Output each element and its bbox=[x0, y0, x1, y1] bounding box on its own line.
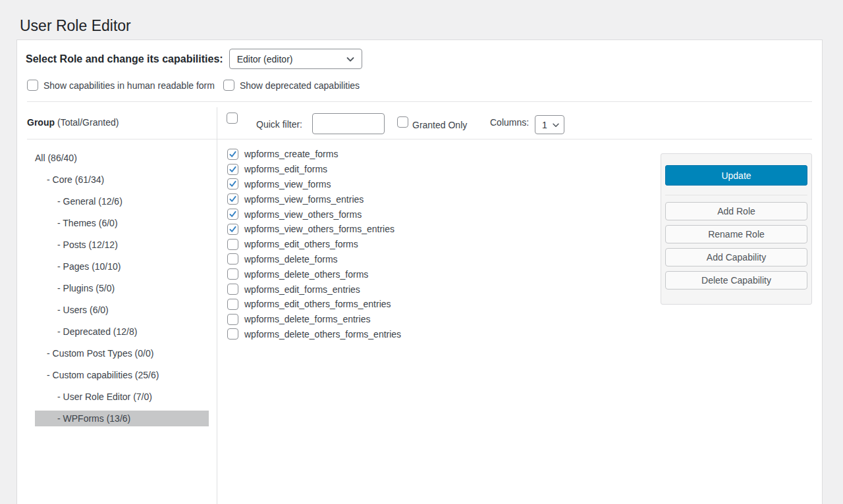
select-all-checkbox[interactable] bbox=[227, 113, 238, 124]
role-select[interactable]: Editor (editor) bbox=[229, 49, 362, 69]
capability-checkbox[interactable] bbox=[227, 224, 238, 235]
capability-name: wpforms_edit_forms bbox=[244, 164, 327, 174]
capability-row: wpforms_delete_others_forms_entries bbox=[227, 327, 401, 342]
columns-select[interactable]: 1 bbox=[535, 115, 564, 134]
group-tree-item-label: All (86/40) bbox=[35, 150, 209, 166]
group-tree-item[interactable]: - General (12/6) bbox=[35, 193, 209, 213]
divider bbox=[27, 139, 812, 139]
capability-checkbox[interactable] bbox=[227, 284, 238, 295]
capability-row: wpforms_view_forms_entries bbox=[227, 191, 401, 207]
role-select-value: Editor (editor) bbox=[237, 54, 293, 64]
capability-row: wpforms_edit_forms_entries bbox=[227, 282, 401, 297]
capability-row: wpforms_view_others_forms bbox=[227, 207, 401, 222]
capability-name: wpforms_delete_others_forms bbox=[244, 269, 368, 280]
group-tree-item[interactable]: - Custom Post Types (0/0) bbox=[35, 345, 209, 365]
group-tree-item[interactable]: - Posts (12/12) bbox=[35, 237, 209, 257]
group-tree-item[interactable]: - Themes (6/0) bbox=[35, 215, 209, 235]
group-tree-item[interactable]: - Deprecated (12/8) bbox=[35, 324, 209, 343]
role-selector-row: Select Role and change its capabilities:… bbox=[26, 49, 362, 69]
capabilities-list: wpforms_create_formswpforms_edit_formswp… bbox=[227, 147, 401, 341]
capability-name: wpforms_view_forms bbox=[244, 179, 331, 189]
vertical-divider bbox=[217, 107, 217, 504]
group-tree-item-label: - User Role Editor (7/0) bbox=[35, 389, 209, 405]
group-tree-item-label: - Core (61/34) bbox=[35, 172, 209, 188]
capability-name: wpforms_edit_others_forms bbox=[244, 239, 358, 249]
capability-name: wpforms_view_others_forms_entries bbox=[244, 224, 394, 234]
capability-row: wpforms_edit_others_forms_entries bbox=[227, 297, 401, 312]
group-tree: All (86/40)- Core (61/34)- General (12/6… bbox=[17, 148, 217, 430]
capability-name: wpforms_delete_forms bbox=[244, 254, 338, 265]
add-role-button[interactable]: Add Role bbox=[665, 202, 807, 220]
capability-checkbox[interactable] bbox=[227, 149, 238, 160]
group-tree-item[interactable]: - Plugins (5/0) bbox=[35, 280, 209, 300]
deprecated-label: Show deprecated capabilities bbox=[240, 80, 360, 91]
granted-only-label: Granted Only bbox=[412, 120, 467, 130]
user-role-editor-screen: User Role Editor Select Role and change … bbox=[0, 0, 843, 504]
capability-row: wpforms_view_forms bbox=[227, 177, 401, 192]
group-tree-item-label: - Custom Post Types (0/0) bbox=[35, 345, 209, 361]
capability-row: wpforms_delete_forms bbox=[227, 252, 401, 267]
capability-name: wpforms_edit_forms_entries bbox=[244, 284, 360, 295]
capability-checkbox[interactable] bbox=[227, 299, 238, 310]
group-tree-item[interactable]: - Custom capabilities (25/6) bbox=[35, 367, 209, 387]
capability-row: wpforms_delete_others_forms bbox=[227, 266, 401, 282]
group-header-suffix: (Total/Granted) bbox=[57, 117, 119, 128]
quick-filter-label: Quick filter: bbox=[256, 119, 302, 130]
capability-checkbox[interactable] bbox=[227, 164, 238, 175]
group-header: Group(Total/Granted) bbox=[27, 117, 119, 128]
chevron-down-icon bbox=[345, 54, 356, 64]
group-tree-item-label: - General (12/6) bbox=[35, 193, 209, 209]
capability-name: wpforms_delete_others_forms_entries bbox=[244, 329, 401, 340]
group-tree-item[interactable]: - Pages (10/10) bbox=[35, 259, 209, 278]
capability-name: wpforms_create_forms bbox=[244, 149, 338, 159]
group-tree-item-label: - Deprecated (12/8) bbox=[35, 324, 209, 340]
role-selector-label: Select Role and change its capabilities: bbox=[26, 53, 223, 65]
capability-name: wpforms_edit_others_forms_entries bbox=[244, 299, 391, 309]
divider bbox=[665, 195, 807, 195]
group-tree-item[interactable]: All (86/40) bbox=[35, 150, 209, 170]
capability-checkbox[interactable] bbox=[227, 253, 238, 265]
update-button[interactable]: Update bbox=[665, 165, 807, 186]
main-panel: Select Role and change its capabilities:… bbox=[16, 39, 823, 504]
columns-label: Columns: bbox=[490, 117, 529, 128]
group-tree-item-label: - Users (6/0) bbox=[35, 302, 209, 318]
chevron-down-icon bbox=[551, 120, 560, 130]
human-readable-label: Show capabilities in human readable form bbox=[43, 80, 215, 91]
group-tree-item-label: - Plugins (5/0) bbox=[35, 280, 209, 296]
human-readable-checkbox[interactable] bbox=[27, 80, 38, 91]
columns-select-value: 1 bbox=[542, 120, 547, 130]
capability-checkbox[interactable] bbox=[227, 268, 238, 280]
delete-capability-button[interactable]: Delete Capability bbox=[665, 271, 807, 290]
add-capability-button[interactable]: Add Capability bbox=[665, 248, 807, 266]
group-tree-item[interactable]: - WPForms (13/6) bbox=[35, 411, 209, 430]
group-tree-item-label: - Themes (6/0) bbox=[35, 215, 209, 231]
granted-only-checkbox[interactable] bbox=[397, 116, 408, 128]
group-tree-item[interactable]: - Users (6/0) bbox=[35, 302, 209, 322]
capability-checkbox[interactable] bbox=[227, 239, 238, 250]
capability-row: wpforms_edit_others_forms bbox=[227, 237, 401, 252]
capability-row: wpforms_edit_forms bbox=[227, 162, 401, 177]
quick-filter-input[interactable] bbox=[312, 113, 385, 134]
page-title: User Role Editor bbox=[20, 16, 131, 36]
capability-row: wpforms_delete_forms_entries bbox=[227, 312, 401, 327]
capability-name: wpforms_view_forms_entries bbox=[244, 194, 364, 205]
capability-row: wpforms_view_others_forms_entries bbox=[227, 222, 401, 237]
capability-name: wpforms_delete_forms_entries bbox=[244, 314, 370, 324]
capability-checkbox[interactable] bbox=[227, 209, 238, 220]
capability-row: wpforms_create_forms bbox=[227, 147, 401, 162]
group-tree-item-label: - Posts (12/12) bbox=[35, 237, 209, 253]
group-tree-item[interactable]: - User Role Editor (7/0) bbox=[35, 389, 209, 409]
group-tree-item-label: - Custom capabilities (25/6) bbox=[35, 367, 209, 383]
capability-checkbox[interactable] bbox=[227, 314, 238, 325]
capability-checkbox[interactable] bbox=[227, 178, 238, 189]
rename-role-button[interactable]: Rename Role bbox=[665, 225, 807, 243]
deprecated-checkbox[interactable] bbox=[223, 80, 234, 91]
group-tree-item-label: - Pages (10/10) bbox=[35, 259, 209, 274]
capability-checkbox[interactable] bbox=[227, 328, 238, 340]
capability-name: wpforms_view_others_forms bbox=[244, 209, 362, 220]
group-tree-item[interactable]: - Core (61/34) bbox=[35, 172, 209, 191]
options-row: Show capabilities in human readable form… bbox=[27, 80, 360, 91]
actions-panel: Update Add Role Rename Role Add Capabili… bbox=[661, 153, 812, 305]
capability-checkbox[interactable] bbox=[227, 193, 238, 205]
divider bbox=[27, 101, 812, 102]
